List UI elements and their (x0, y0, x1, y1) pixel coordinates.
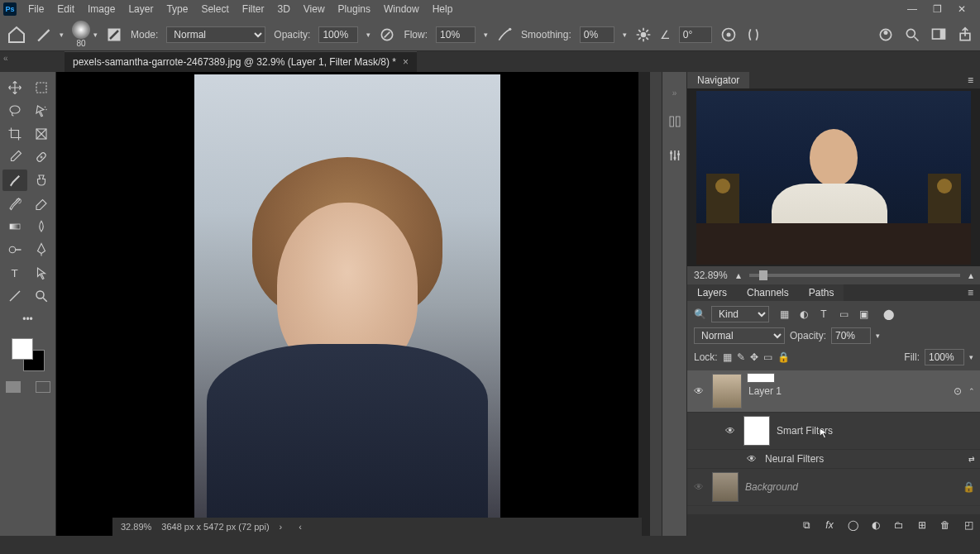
status-scroll-left-icon[interactable]: ‹ (299, 522, 302, 532)
blur-tool[interactable] (29, 216, 54, 237)
lock-position-icon[interactable]: ✥ (750, 351, 758, 363)
brush-preview[interactable]: 80 ▾ (72, 21, 98, 48)
menu-file[interactable]: File (22, 3, 50, 15)
zoom-tool[interactable] (29, 285, 54, 307)
new-layer-icon[interactable]: ⊞ (915, 519, 929, 531)
smoothing-options-icon[interactable] (635, 26, 652, 43)
status-chevron-icon[interactable]: › (280, 522, 283, 532)
smoothing-field[interactable] (580, 26, 614, 43)
layer-name[interactable]: Layer 1 (748, 385, 782, 397)
navigator-preview[interactable] (687, 88, 980, 266)
add-mask-icon[interactable]: ◯ (846, 519, 859, 531)
smart-object-link-icon[interactable]: ⊙ (954, 385, 962, 397)
lock-paint-icon[interactable]: ✎ (737, 351, 745, 363)
lock-all-icon[interactable]: 🔒 (777, 351, 790, 363)
neural-filters-label[interactable]: Neural Filters (765, 453, 824, 465)
brush-tool-icon[interactable] (35, 26, 51, 43)
filter-adjust-icon[interactable]: ◐ (797, 308, 810, 320)
workspace-switcher-icon[interactable] (930, 26, 947, 43)
layer-fx-icon[interactable]: fx (823, 519, 836, 531)
tab-layers[interactable]: Layers (687, 284, 737, 301)
search-icon[interactable] (904, 26, 920, 43)
menu-type[interactable]: Type (160, 3, 194, 15)
foreground-color-swatch[interactable] (12, 338, 33, 360)
dodge-tool[interactable] (2, 239, 27, 260)
pen-tool[interactable] (29, 239, 54, 260)
pressure-opacity-icon[interactable] (379, 26, 395, 43)
history-panel-icon[interactable] (667, 114, 682, 131)
maximize-button[interactable]: ❐ (930, 3, 944, 15)
lock-transparent-icon[interactable]: ▦ (723, 351, 732, 363)
document-canvas[interactable] (56, 72, 638, 536)
eyedropper-tool[interactable] (2, 146, 27, 168)
layer-filter-kind[interactable]: Kind (711, 306, 769, 322)
minimize-button[interactable]: — (906, 3, 919, 15)
brush-panel-toggle-icon[interactable] (106, 26, 122, 43)
collapse-right-icon[interactable]: » (672, 88, 677, 98)
menu-3d[interactable]: 3D (270, 3, 296, 15)
menu-edit[interactable]: Edit (50, 3, 81, 15)
menu-layer[interactable]: Layer (122, 3, 160, 15)
share-icon[interactable] (957, 26, 973, 43)
symmetry-icon[interactable] (745, 26, 762, 43)
filter-blend-icon[interactable]: ⇄ (968, 455, 975, 463)
mask-link-thumb[interactable] (747, 373, 775, 383)
screenmode-icon[interactable] (36, 381, 50, 393)
brush-tool[interactable] (2, 170, 27, 191)
quickmask-icon[interactable] (6, 381, 21, 393)
layer-thumb[interactable] (712, 374, 742, 408)
navigator-zoom-value[interactable]: 32.89% (694, 270, 728, 281)
zoom-out-icon[interactable]: ▴ (736, 270, 741, 281)
layer-opacity-field[interactable] (831, 327, 871, 344)
layer-blend-mode-select[interactable]: Normal (694, 327, 785, 344)
collapse-filters-icon[interactable]: ⌃ (968, 387, 975, 395)
blend-mode-select[interactable]: Normal (166, 26, 265, 43)
tab-navigator[interactable]: Navigator (687, 72, 749, 88)
filter-type-icon[interactable]: T (817, 308, 830, 320)
opacity-chevron-icon[interactable]: ▾ (366, 31, 370, 39)
new-group-icon[interactable]: 🗀 (892, 519, 906, 531)
link-layers-icon[interactable]: ⧉ (800, 519, 813, 531)
history-brush-tool[interactable] (2, 193, 27, 214)
edit-toolbar-icon[interactable]: ••• (16, 308, 41, 330)
lasso-tool[interactable] (2, 100, 27, 122)
layer-opacity-chevron-icon[interactable]: ▾ (876, 332, 880, 340)
filter-mask-thumb[interactable] (743, 416, 770, 446)
marquee-tool[interactable] (29, 77, 54, 98)
layer-row-smartfilters[interactable]: 👁 Smart Filters (687, 413, 980, 450)
line-tool[interactable] (2, 285, 27, 307)
adjustments-panel-icon[interactable] (667, 148, 682, 165)
adjustment-layer-icon[interactable]: ◐ (869, 519, 882, 531)
menu-plugins[interactable]: Plugins (332, 3, 377, 15)
tab-channels[interactable]: Channels (737, 284, 799, 301)
menu-image[interactable]: Image (81, 3, 122, 15)
menu-filter[interactable]: Filter (236, 3, 271, 15)
panel-resize-icon[interactable]: ◰ (962, 519, 975, 531)
menu-view[interactable]: View (297, 3, 332, 15)
lock-artboard-icon[interactable]: ▭ (763, 351, 772, 363)
flow-field[interactable] (436, 26, 476, 43)
cloud-docs-icon[interactable] (877, 26, 894, 43)
pressure-size-icon[interactable] (720, 26, 737, 43)
zoom-slider[interactable] (749, 274, 960, 277)
menu-select[interactable]: Select (194, 3, 235, 15)
filter-toggle-icon[interactable]: ⬤ (882, 308, 895, 320)
gradient-tool[interactable] (2, 216, 27, 237)
angle-field[interactable] (679, 26, 712, 43)
panel-menu-icon[interactable]: ≡ (961, 72, 980, 88)
opacity-field[interactable] (318, 26, 358, 43)
move-tool[interactable] (2, 77, 27, 98)
background-layer-label[interactable]: Background (745, 481, 798, 493)
quick-select-tool[interactable] (29, 100, 54, 122)
menu-window[interactable]: Window (377, 3, 426, 15)
filter-shape-icon[interactable]: ▭ (837, 308, 850, 320)
visibility-toggle-icon[interactable]: 👁 (724, 425, 737, 437)
fill-field[interactable] (925, 349, 964, 365)
layer-row-neuralfilters[interactable]: 👁 Neural Filters ⇄ (687, 450, 980, 469)
home-button[interactable] (7, 25, 26, 45)
type-tool[interactable]: T (2, 262, 27, 284)
crop-tool[interactable] (2, 123, 27, 145)
color-swatches[interactable] (12, 338, 45, 371)
frame-tool[interactable] (29, 123, 54, 145)
clone-stamp-tool[interactable] (29, 170, 54, 191)
